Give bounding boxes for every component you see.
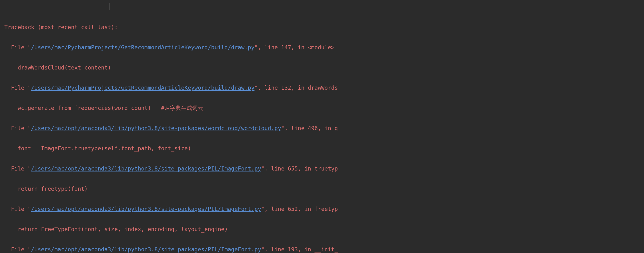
file-suffix: ", line 496, in g xyxy=(281,125,338,131)
file-suffix: ", line 132, in drawWords xyxy=(254,85,338,91)
code-line: wc.generate_from_frequencies(word_count)… xyxy=(4,103,640,113)
file-path-link[interactable]: /Users/mac/PycharmProjects/GetRecommondA… xyxy=(31,44,254,50)
text-cursor xyxy=(110,3,110,10)
file-path-link[interactable]: /Users/mac/opt/anaconda3/lib/python3.8/s… xyxy=(31,206,261,212)
file-prefix: File " xyxy=(4,125,31,131)
code-line: return freetype(font) xyxy=(4,184,640,194)
console-output[interactable]: Traceback (most recent call last): File … xyxy=(0,0,644,253)
traceback-frame: File "/Users/mac/opt/anaconda3/lib/pytho… xyxy=(4,204,640,214)
traceback-frame: File "/Users/mac/opt/anaconda3/lib/pytho… xyxy=(4,164,640,174)
file-suffix: ", line 652, in freetyp xyxy=(261,206,338,212)
code-line: return FreeTypeFont(font, size, index, e… xyxy=(4,224,640,234)
file-prefix: File " xyxy=(4,206,31,212)
file-path-link[interactable]: /Users/mac/opt/anaconda3/lib/python3.8/s… xyxy=(31,165,261,172)
file-prefix: File " xyxy=(4,246,31,253)
traceback-frame: File "/Users/mac/PycharmProjects/GetReco… xyxy=(4,42,640,52)
file-suffix: ", line 147, in <module> xyxy=(254,44,334,50)
file-path-link[interactable]: /Users/mac/opt/anaconda3/lib/python3.8/s… xyxy=(31,246,261,253)
file-suffix: ", line 193, in __init_ xyxy=(261,246,338,253)
file-prefix: File " xyxy=(4,165,31,172)
traceback-frame: File "/Users/mac/opt/anaconda3/lib/pytho… xyxy=(4,244,640,253)
file-prefix: File " xyxy=(4,44,31,50)
traceback-frame: File "/Users/mac/PycharmProjects/GetReco… xyxy=(4,83,640,93)
code-line: drawWordsCloud(text_content) xyxy=(4,62,640,73)
file-path-link[interactable]: /Users/mac/PycharmProjects/GetRecommondA… xyxy=(31,85,254,91)
file-path-link[interactable]: /Users/mac/opt/anaconda3/lib/python3.8/s… xyxy=(31,125,281,131)
file-prefix: File " xyxy=(4,85,31,91)
traceback-header: Traceback (most recent call last): xyxy=(4,22,640,32)
code-line: font = ImageFont.truetype(self.font_path… xyxy=(4,143,640,153)
file-suffix: ", line 655, in truetyp xyxy=(261,165,338,172)
traceback-frame: File "/Users/mac/opt/anaconda3/lib/pytho… xyxy=(4,123,640,133)
